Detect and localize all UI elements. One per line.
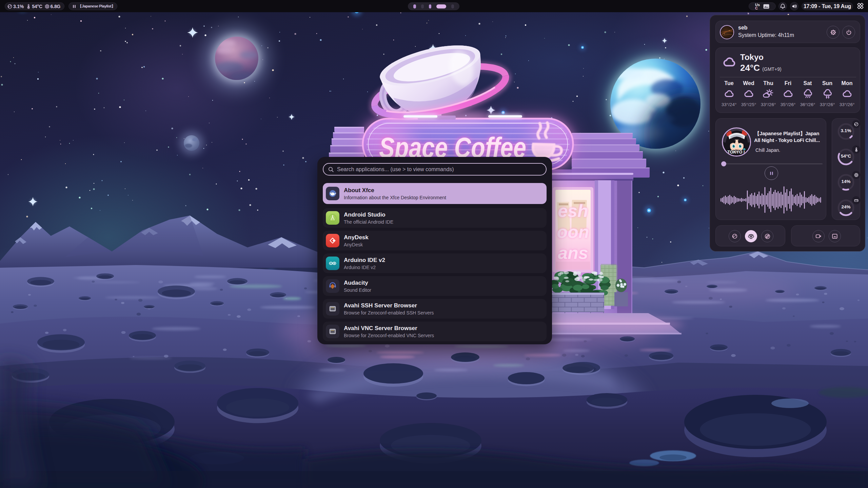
svg-text:ans: ans <box>558 243 588 263</box>
svg-text:esh: esh <box>558 201 588 221</box>
svg-text:oon: oon <box>557 222 589 242</box>
svg-text:TOKYO L: TOKYO L <box>727 150 746 155</box>
